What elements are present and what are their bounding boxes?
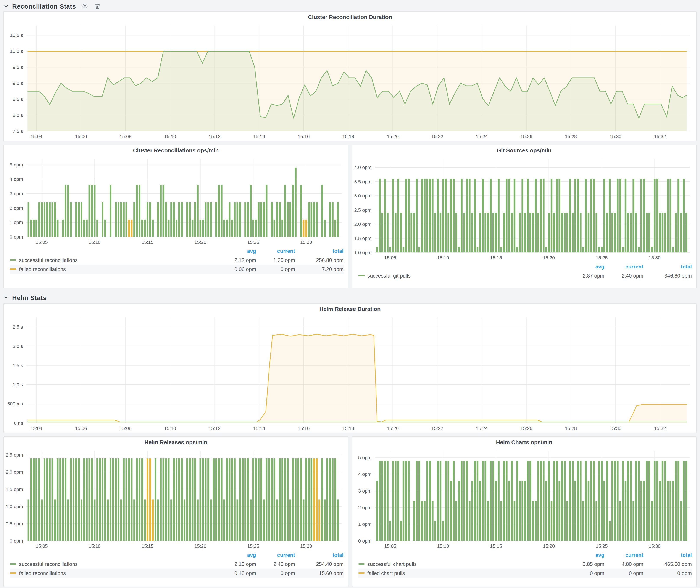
- cluster-reconciliations-chart[interactable]: 5 opm4 opm3 opm2 opm1 opm0 opm15:0515:10…: [4, 155, 348, 246]
- helm-charts-opm-svg: 5 opm4 opm3 opm2 opm1 opm0 opm15:0515:10…: [352, 447, 695, 550]
- panel-helm-charts-opm: Helm Charts ops/min 5 opm4 opm3 opm2 opm…: [352, 436, 697, 587]
- legend-row-successful-reconciliations: successful reconciliations2.10 opm2.40 o…: [10, 559, 344, 569]
- legend-column-current[interactable]: current: [604, 263, 643, 270]
- svg-text:15:25: 15:25: [595, 543, 607, 549]
- helm-releases-opm-svg: 2.5 opm2.0 opm1.5 opm1.0 opm0.5 opm0 opm…: [4, 447, 347, 550]
- panel-title[interactable]: Helm Release Duration: [4, 304, 696, 314]
- legend-column-avg[interactable]: avg: [565, 263, 604, 270]
- svg-text:15:12: 15:12: [209, 426, 221, 431]
- legend-series-toggle[interactable]: successful reconciliations: [10, 257, 217, 263]
- svg-text:15:05: 15:05: [384, 255, 396, 260]
- svg-text:15:15: 15:15: [490, 255, 502, 260]
- svg-text:10.5 s: 10.5 s: [10, 32, 23, 38]
- svg-text:15:05: 15:05: [384, 543, 396, 549]
- legend-column-current[interactable]: current: [604, 552, 643, 558]
- svg-text:15:06: 15:06: [75, 426, 87, 431]
- legend-value-total: 7.20 opm: [295, 266, 344, 272]
- svg-text:15:06: 15:06: [75, 134, 87, 139]
- legend-header-row: avgcurrenttotal: [10, 550, 344, 559]
- legend-series-toggle[interactable]: failed reconciliations: [10, 570, 217, 576]
- legend-column-avg[interactable]: avg: [217, 248, 256, 254]
- legend-series-toggle[interactable]: failed reconciliations: [10, 266, 217, 272]
- section-header-helm-stats[interactable]: Helm Stats: [0, 292, 700, 303]
- chevron-down-icon: [3, 295, 9, 300]
- panel-title[interactable]: Cluster Reconciliations ops/min: [4, 145, 348, 155]
- legend-row-successful-reconciliations: successful reconciliations2.12 opm1.20 o…: [10, 255, 344, 265]
- svg-text:15:20: 15:20: [387, 134, 399, 139]
- legend-column-total[interactable]: total: [643, 263, 692, 270]
- svg-text:5 opm: 5 opm: [10, 162, 23, 168]
- svg-text:15:24: 15:24: [476, 426, 488, 431]
- svg-text:15:04: 15:04: [31, 426, 42, 431]
- svg-text:15:30: 15:30: [648, 255, 660, 260]
- series-color-dash: [10, 259, 16, 261]
- helm-releases-chart[interactable]: 2.5 opm2.0 opm1.5 opm1.0 opm0.5 opm0 opm…: [4, 447, 348, 550]
- svg-text:1.5 opm: 1.5 opm: [354, 236, 371, 241]
- legend-series-toggle[interactable]: failed chart pulls: [358, 570, 565, 576]
- section-header-reconciliation-stats[interactable]: Reconciliation Stats: [0, 1, 700, 11]
- svg-text:9.0 s: 9.0 s: [13, 81, 23, 86]
- legend-series-toggle[interactable]: successful chart pulls: [358, 561, 565, 567]
- legend-column-current[interactable]: current: [256, 248, 295, 254]
- svg-text:15:15: 15:15: [142, 239, 153, 245]
- svg-text:9.5 s: 9.5 s: [13, 65, 23, 70]
- svg-text:15:32: 15:32: [654, 134, 666, 139]
- legend-value-avg: 0.13 opm: [217, 570, 256, 576]
- svg-text:3.0 opm: 3.0 opm: [354, 193, 371, 199]
- legend-value-current: 0 opm: [604, 570, 643, 576]
- gear-icon[interactable]: [82, 3, 89, 9]
- svg-text:15:25: 15:25: [247, 239, 259, 245]
- svg-text:2 opm: 2 opm: [358, 505, 371, 510]
- svg-text:15:10: 15:10: [437, 255, 449, 260]
- svg-text:3 opm: 3 opm: [358, 488, 371, 494]
- legend-series-toggle[interactable]: successful git pulls: [358, 273, 565, 279]
- svg-text:0 opm: 0 opm: [10, 234, 23, 240]
- svg-text:4 opm: 4 opm: [10, 176, 23, 182]
- legend-column-current[interactable]: current: [256, 552, 295, 558]
- trash-icon[interactable]: [95, 3, 101, 9]
- svg-text:15:22: 15:22: [431, 426, 443, 431]
- svg-text:15:15: 15:15: [490, 543, 502, 549]
- legend-series-toggle[interactable]: successful reconciliations: [10, 561, 217, 567]
- legend-value-total: 254.40 opm: [295, 561, 344, 567]
- svg-text:15:15: 15:15: [142, 543, 153, 549]
- svg-text:8.0 s: 8.0 s: [13, 113, 23, 118]
- svg-text:2.5 opm: 2.5 opm: [354, 207, 371, 213]
- svg-text:15:16: 15:16: [298, 134, 310, 139]
- legend-column-total[interactable]: total: [295, 248, 344, 254]
- helm-charts-chart[interactable]: 5 opm4 opm3 opm2 opm1 opm0 opm15:0515:10…: [352, 447, 696, 550]
- legend-value-avg: 2.87 opm: [565, 273, 604, 279]
- helm-release-duration-chart[interactable]: 2.5 s2.0 s1.5 s1.0 s500 ms0 ns15:0415:06…: [4, 314, 696, 433]
- legend-column-avg[interactable]: avg: [565, 552, 604, 558]
- panel-title[interactable]: Git Sources ops/min: [352, 145, 696, 155]
- helm-release-duration-svg: 2.5 s2.0 s1.5 s1.0 s500 ms0 ns15:0415:06…: [4, 314, 695, 433]
- svg-text:15:26: 15:26: [520, 426, 532, 431]
- svg-text:0 opm: 0 opm: [10, 538, 23, 544]
- svg-text:15:30: 15:30: [300, 543, 312, 549]
- svg-text:500 ms: 500 ms: [7, 401, 23, 407]
- legend-row-failed-chart-pulls: failed chart pulls0 opm0 opm0 opm: [358, 569, 692, 578]
- series-color-dash: [10, 563, 16, 565]
- svg-text:15:30: 15:30: [610, 134, 621, 139]
- svg-text:0.5 opm: 0.5 opm: [6, 521, 23, 527]
- svg-text:15:30: 15:30: [610, 426, 621, 431]
- panel-title[interactable]: Helm Releases ops/min: [4, 437, 348, 447]
- legend-column-total[interactable]: total: [643, 552, 692, 558]
- panel-title[interactable]: Helm Charts ops/min: [352, 437, 696, 447]
- svg-text:4 opm: 4 opm: [358, 472, 371, 477]
- panel-git-sources-opm: Git Sources ops/min 4.0 opm3.5 opm3.0 op…: [352, 145, 697, 288]
- svg-text:15:18: 15:18: [342, 426, 354, 431]
- legend-value-avg: 2.12 opm: [217, 257, 256, 263]
- legend-value-total: 0 opm: [643, 570, 692, 576]
- legend-column-avg[interactable]: avg: [217, 552, 256, 558]
- panel-title[interactable]: Cluster Reconciliation Duration: [4, 12, 696, 22]
- svg-text:15:20: 15:20: [194, 543, 206, 549]
- svg-text:15:04: 15:04: [31, 134, 42, 139]
- svg-text:15:25: 15:25: [247, 543, 259, 549]
- legend-column-total[interactable]: total: [295, 552, 344, 558]
- legend-row-successful-git-pulls: successful git pulls2.87 opm2.40 opm346.…: [358, 271, 692, 280]
- legend: avgcurrenttotalsuccessful reconciliation…: [4, 246, 348, 274]
- svg-text:15:32: 15:32: [654, 426, 666, 431]
- git-sources-chart[interactable]: 4.0 opm3.5 opm3.0 opm2.5 opm2.0 opm1.5 o…: [352, 155, 696, 262]
- cluster-reconciliation-duration-chart[interactable]: 10.5 s10.0 s9.5 s9.0 s8.5 s8.0 s7.5 s15:…: [4, 22, 696, 141]
